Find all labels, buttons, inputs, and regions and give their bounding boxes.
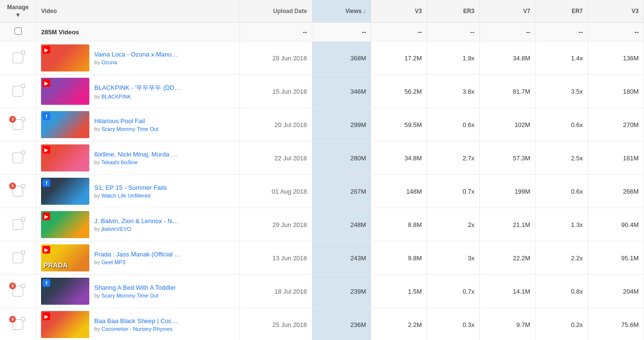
video-cell: f Sharing A Bed With A Toddler by Scary … [36,275,240,308]
video-title[interactable]: Hilarious Pool Fail [94,117,158,125]
manage-icon[interactable] [13,53,23,63]
platform-icon: f [42,113,50,120]
col-header-er7[interactable]: ER7 [535,0,588,23]
video-info: Hilarious Pool Fail by Scary Mommy Time … [94,117,158,132]
col-header-v3b[interactable]: V3 [588,0,644,23]
video-channel: by Tekashi 6ix9ine [94,159,181,165]
manage-cell[interactable] [0,75,36,108]
manage-cell[interactable] [0,241,36,275]
group-checkbox-cell[interactable] [0,23,36,42]
v3b-value: 181M [588,142,644,175]
video-channel: by BLACKPINK [94,94,181,99]
main-table-container: Manage ▼ Video Upload Date Views↓ V3 ER3… [0,0,644,340]
video-title[interactable]: BLACKPINK - '뚜두뚜두 (DDU-DU D... [94,84,181,92]
col-header-v3[interactable]: V3 [371,0,427,23]
manage-cell[interactable]: 3 [0,108,36,142]
manage-icon[interactable]: 8 [13,286,23,297]
manage-icon[interactable] [13,86,23,97]
table-row: ▶ J. Balvin, Zion & Lennox - No Es Jus..… [0,208,644,241]
manage-cell[interactable] [0,208,36,241]
video-info: Prada : Jass Manak (Official Video... by… [94,251,181,265]
v7-value: 199M [479,175,535,208]
thumbnail-wrapper: PRADA ▶ [41,244,89,271]
channel-link[interactable]: Watch Life Unfiltered [101,193,151,198]
col-header-manage[interactable]: Manage ▼ [0,0,36,23]
channel-link[interactable]: Ozuna [101,59,117,65]
sort-arrow-icon: ↓ [363,8,366,14]
channel-link[interactable]: BLACKPINK [101,94,131,99]
er3-value: 2x [427,208,479,241]
v3b-value: 266M [588,175,644,208]
channel-link[interactable]: Geet MP3 [101,259,126,265]
channel-link[interactable]: Tekashi 6ix9ine [101,159,138,165]
channel-link[interactable]: Cocomelon - Nursery Rhymes [101,326,172,332]
video-channel: by Geet MP3 [94,259,181,265]
manage-cell[interactable]: 9 [0,308,36,340]
manage-cell[interactable] [0,142,36,175]
platform-icon: ▶ [42,246,50,254]
manage-icon[interactable]: 3 [13,119,23,130]
manage-icon-corner [21,51,25,55]
thumbnail-wrapper: ▶ [41,211,89,238]
video-title[interactable]: J. Balvin, Zion & Lennox - No Es Jus... [94,217,181,225]
manage-cell[interactable] [0,42,36,75]
video-title[interactable]: Vaina Loca - Ozuna x Manuel Turiz... [94,51,181,58]
video-cell: f S1; EP:15 - Summer Fails by Watch Life… [36,175,240,208]
video-title[interactable]: Prada : Jass Manak (Official Video... [94,251,181,258]
video-cell: PRADA ▶ Prada : Jass Manak (Official Vid… [36,241,240,275]
er7-value: 2.5x [535,142,588,175]
video-cell: ▶ J. Balvin, Zion & Lennox - No Es Jus..… [36,208,240,241]
views-value: 299M [312,108,371,142]
col-header-er3[interactable]: ER3 [427,0,479,23]
er3-value: 0.6x [427,108,479,142]
upload-date: 28 Jun 2018 [240,42,312,75]
col-header-views[interactable]: Views↓ [312,0,371,23]
manage-icon[interactable] [13,153,23,163]
manage-icon-corner [21,151,25,155]
video-title[interactable]: 6ix9ine, Nicki Minaj, Murda Beatz -... [94,151,181,158]
manage-icon[interactable]: 9 [13,319,23,330]
channel-link[interactable]: Scary Mommy Time Out [101,126,158,132]
manage-icon[interactable] [13,219,23,230]
group-views: -- [312,23,371,42]
manage-icon-corner [21,84,25,88]
thumbnail-wrapper: f [41,278,89,305]
er7-value: 1.3x [535,208,588,241]
thumbnail-wrapper: f [41,178,89,205]
manage-header-label: Manage [7,4,29,11]
video-title[interactable]: Sharing A Bed With A Toddler [94,284,176,291]
er7-value: 0.6x [535,175,588,208]
col-header-v7[interactable]: V7 [479,0,535,23]
channel-link[interactable]: jbalvinVEVO [101,226,131,232]
group-v3: -- [371,23,427,42]
manage-cell[interactable]: 5 [0,175,36,208]
er3-value: 0.7x [427,275,479,308]
platform-icon: ▶ [42,46,50,54]
v7-value: 21.1M [479,208,535,241]
upload-date: 22 Jul 2018 [240,142,312,175]
v3b-value: 180M [588,75,644,108]
thumbnail-wrapper: ▶ [41,311,89,338]
platform-icon: ▶ [42,212,50,220]
views-value: 346M [312,75,371,108]
group-checkbox[interactable] [14,28,22,35]
er3-value: 1.9x [427,42,479,75]
col-header-video: Video [36,0,240,23]
views-value: 236M [312,308,371,340]
video-title[interactable]: S1; EP:15 - Summer Fails [94,184,167,191]
upload-date: 29 Jun 2018 [240,208,312,241]
video-cell: ▶ 6ix9ine, Nicki Minaj, Murda Beatz -...… [36,142,240,175]
video-title[interactable]: Baa Baa Black Sheep | Cocomelon... [94,317,181,325]
views-value: 239M [312,275,371,308]
manage-icon[interactable]: 5 [13,186,23,197]
platform-icon: ▶ [42,312,50,320]
video-info: Baa Baa Black Sheep | Cocomelon... by Co… [94,317,181,332]
manage-icon[interactable] [13,253,23,263]
thumbnail-wrapper: ▶ [41,44,89,71]
col-header-date[interactable]: Upload Date [240,0,312,23]
manage-cell[interactable]: 8 [0,275,36,308]
platform-icon: ▶ [42,146,50,154]
channel-link[interactable]: Scary Mommy Time Out [101,293,158,298]
video-cell: f Hilarious Pool Fail by Scary Mommy Tim… [36,108,240,142]
platform-icon: f [42,179,50,187]
